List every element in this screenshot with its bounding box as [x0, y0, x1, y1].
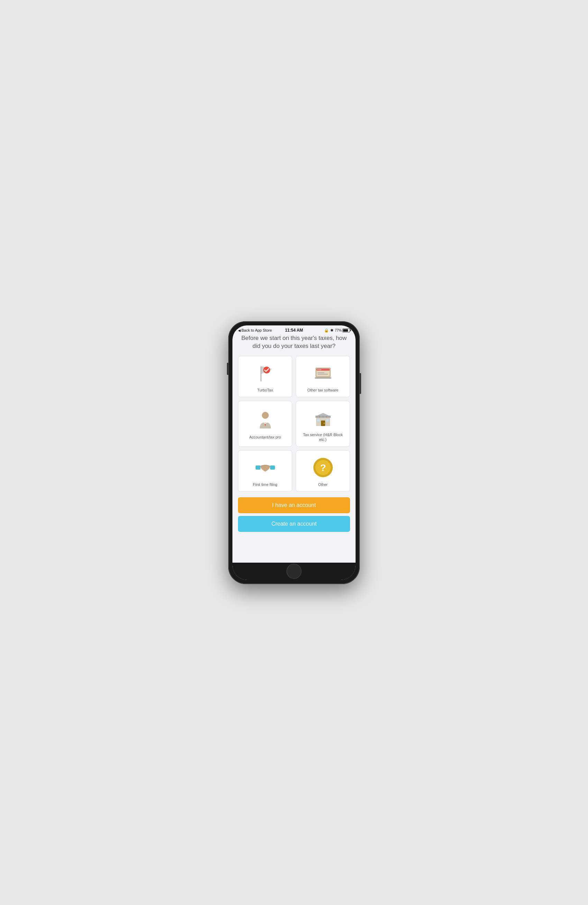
chevron-left-icon: ◀	[238, 329, 241, 332]
svg-point-7	[320, 369, 321, 370]
svg-rect-10	[315, 377, 331, 379]
question-icon: ?	[312, 456, 334, 479]
option-other-software[interactable]: Other tax software	[296, 356, 350, 397]
status-right: 🔒 ✱ 77%	[324, 328, 350, 333]
battery-pct: 77%	[335, 329, 342, 332]
battery-bar	[342, 329, 350, 332]
svg-rect-21	[256, 465, 261, 470]
store-icon	[312, 406, 334, 429]
option-first-time[interactable]: First time filing	[238, 450, 292, 492]
home-button-area	[232, 563, 356, 580]
accountant-label: Accountant/tax pro	[250, 435, 281, 440]
option-other[interactable]: ? Other	[296, 450, 350, 492]
have-account-button[interactable]: I have an account	[238, 497, 350, 513]
handshake-icon	[254, 456, 277, 479]
battery-fill	[343, 329, 348, 332]
phone-device: ◀ Back to App Store 11:54 AM 🔒 ✱ 77%	[228, 321, 360, 584]
lock-icon: 🔒	[324, 328, 329, 333]
turbotax-label: TurboTax	[257, 387, 273, 392]
svg-point-11	[262, 412, 269, 419]
other-software-label: Other tax software	[307, 387, 338, 392]
other-label: Other	[318, 482, 328, 487]
screen: ◀ Back to App Store 11:54 AM 🔒 ✱ 77%	[232, 325, 356, 580]
svg-text:?: ?	[320, 462, 326, 473]
back-label: Back to App Store	[242, 328, 272, 332]
main-content: Before we start on this year's taxes, ho…	[232, 334, 356, 563]
svg-point-5	[317, 369, 318, 370]
svg-rect-19	[317, 419, 320, 422]
status-time: 11:54 AM	[285, 328, 303, 333]
back-nav[interactable]: ◀ Back to App Store	[238, 328, 272, 332]
create-account-button[interactable]: Create an account	[238, 516, 350, 532]
svg-point-18	[323, 423, 324, 424]
status-bar: ◀ Back to App Store 11:54 AM 🔒 ✱ 77%	[232, 325, 356, 334]
svg-rect-20	[326, 419, 329, 422]
svg-rect-22	[270, 465, 275, 470]
question-title: Before we start on this year's taxes, ho…	[238, 334, 350, 351]
battery-indicator: 77%	[335, 329, 350, 332]
svg-rect-4	[316, 368, 330, 371]
svg-rect-9	[318, 374, 328, 375]
bluetooth-icon: ✱	[330, 328, 334, 333]
options-grid: TurboTax	[238, 356, 350, 492]
accountant-icon	[254, 409, 277, 431]
turbotax-icon	[254, 362, 277, 384]
svg-rect-8	[318, 372, 324, 373]
svg-point-6	[319, 369, 319, 370]
phone-inner: ◀ Back to App Store 11:54 AM 🔒 ✱ 77%	[232, 325, 356, 580]
home-button[interactable]	[286, 564, 302, 579]
tax-service-label: Tax service (H&R Block etc.)	[299, 432, 347, 442]
first-time-label: First time filing	[253, 482, 277, 487]
computer-icon	[312, 362, 334, 384]
option-tax-service[interactable]: Tax service (H&R Block etc.)	[296, 401, 350, 447]
option-turbotax[interactable]: TurboTax	[238, 356, 292, 397]
svg-rect-0	[261, 366, 262, 381]
option-accountant[interactable]: Accountant/tax pro	[238, 401, 292, 447]
